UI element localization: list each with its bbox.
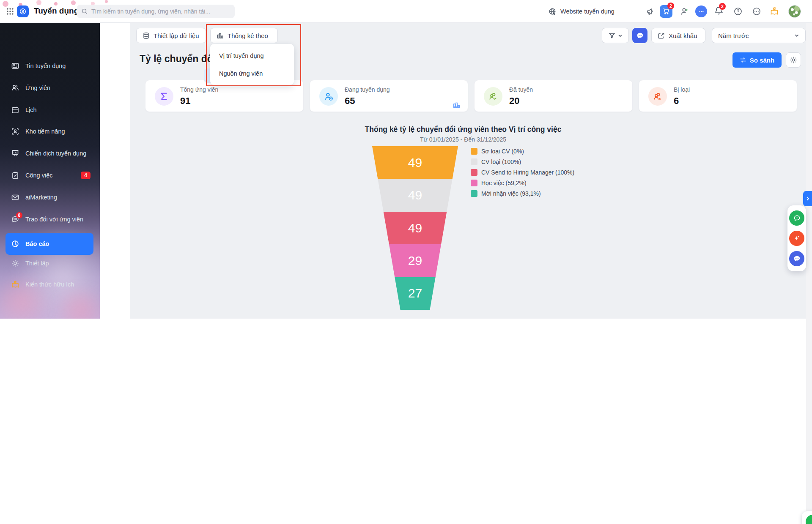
- legend-label: Sơ loại CV (0%): [481, 148, 524, 155]
- compare-arrows-icon: [740, 57, 746, 63]
- envelope-icon: [11, 193, 19, 202]
- clipboard-check-icon: [11, 171, 19, 180]
- app-logo[interactable]: [17, 5, 29, 17]
- sidebar: Tin tuyển dụng Ứng viên Lịch Kho tiềm nă…: [0, 23, 100, 319]
- funnel-segment[interactable]: 49: [372, 146, 458, 179]
- notifications[interactable]: 2: [714, 6, 724, 17]
- export-button[interactable]: Xuất khẩu: [651, 28, 705, 43]
- collapse-panel-tab[interactable]: [803, 191, 812, 206]
- sidebar-item-aimarketing[interactable]: aiMarketing: [0, 186, 100, 208]
- sidebar-item-label: aiMarketing: [25, 194, 57, 201]
- quick-actions-panel: [787, 205, 806, 271]
- sidebar-item-calendar[interactable]: Lịch: [0, 99, 100, 121]
- ai-sparkle-button[interactable]: [789, 231, 804, 246]
- support-bot-button[interactable]: [789, 210, 804, 226]
- sidebar-item-talent-pool[interactable]: Kho tiềm năng: [0, 120, 100, 142]
- sidebar-item-campaigns[interactable]: Chiến dịch tuyển dụng: [0, 142, 100, 164]
- feedback-chat-button[interactable]: [789, 251, 804, 266]
- search-input[interactable]: [91, 8, 227, 15]
- legend-swatch: [471, 169, 477, 176]
- sidebar-item-tasks[interactable]: Công việc 4: [0, 164, 100, 186]
- funnel-segment-value: 29: [408, 254, 422, 268]
- funnel-segment-value: 49: [408, 156, 422, 170]
- sidebar-item-label: Ứng viên: [25, 85, 50, 91]
- funnel-chart-subtitle: Từ 01/01/2025 - Đến 31/12/2025: [288, 136, 639, 143]
- sidebar-item-label: Kiến thức hữu ích: [25, 281, 74, 288]
- card-value: 91: [180, 96, 190, 106]
- notifications-badge: 2: [719, 3, 726, 10]
- app-grid-icon[interactable]: [6, 7, 14, 16]
- funnel-segment[interactable]: 49: [372, 179, 458, 211]
- dropdown-item-source[interactable]: Nguồn ứng viên: [210, 65, 294, 82]
- funnel-chart-title: Thống kê tỷ lệ chuyển đổi ứng viên theo …: [288, 125, 639, 134]
- sidebar-item-label: Thiết lập: [25, 260, 49, 267]
- chevron-down-icon: [618, 33, 623, 38]
- support-chat-button[interactable]: [632, 28, 647, 43]
- compare-button[interactable]: So sánh: [732, 52, 782, 68]
- person-x-icon: [648, 87, 667, 106]
- export-label: Xuất khẩu: [669, 32, 697, 39]
- chat-widget-icon: [806, 515, 812, 524]
- card-hired: Đã tuyển 20: [474, 80, 633, 112]
- pie-chart-icon: [11, 240, 19, 248]
- gear-icon: [790, 56, 797, 64]
- help-icon[interactable]: [733, 7, 743, 16]
- dropdown-item-position[interactable]: Vị trí tuyển dụng: [210, 47, 294, 65]
- people-icon: [11, 84, 19, 92]
- stats-by-dropdown: Vị trí tuyển dụng Nguồn ứng viên: [210, 44, 294, 85]
- legend-item[interactable]: CV Send to Hiring Manager (100%): [471, 167, 574, 177]
- sidebar-item-label: Lịch: [25, 106, 37, 113]
- blossom-decor: [3, 1, 8, 7]
- funnel-segment-value: 27: [408, 286, 422, 300]
- legend-item[interactable]: Học việc (59,2%): [471, 177, 574, 188]
- legend-swatch: [471, 180, 477, 186]
- blossom-decor: [71, 0, 76, 5]
- sidebar-item-candidates[interactable]: Ứng viên: [0, 77, 100, 99]
- sidebar-item-label: Công việc: [25, 172, 52, 179]
- database-icon: [143, 32, 150, 39]
- legend-label: Học việc (59,2%): [481, 180, 527, 186]
- card-recruiting: Đang tuyển dụng 65: [310, 80, 468, 112]
- career-website-link[interactable]: Website tuyển dụng: [548, 6, 614, 17]
- sidebar-item-label: Kho tiềm năng: [25, 128, 65, 135]
- legend-item[interactable]: Sơ loại CV (0%): [471, 146, 574, 156]
- card-value: 6: [674, 96, 679, 106]
- cart-icon[interactable]: 2: [660, 5, 672, 18]
- globe-cursor-icon: [548, 7, 557, 16]
- sidebar-item-settings[interactable]: Thiết lập: [0, 252, 100, 274]
- sidebar-item-jobs[interactable]: Tin tuyển dụng: [0, 55, 100, 77]
- megaphone-icon[interactable]: [646, 7, 656, 16]
- legend-item[interactable]: CV loại (100%): [471, 156, 574, 167]
- more-options-icon[interactable]: [752, 7, 761, 16]
- filter-icon: [609, 32, 615, 39]
- chevron-down-icon: [794, 33, 799, 38]
- sidebar-item-label: Tin tuyển dụng: [25, 63, 66, 69]
- tasks-badge: 4: [81, 172, 91, 179]
- search-icon: [81, 8, 88, 15]
- sidebar-item-candidate-chat[interactable]: 8 Trao đổi với ứng viên: [0, 208, 100, 230]
- scrollbar-track[interactable]: [806, 23, 812, 524]
- chat-bubble-icon: [636, 32, 644, 40]
- chart-settings-button[interactable]: [786, 52, 801, 68]
- user-avatar[interactable]: [788, 5, 801, 18]
- search-bar[interactable]: [77, 5, 235, 18]
- legend-item[interactable]: Mời nhận việc (93,1%): [471, 188, 574, 199]
- add-user-icon[interactable]: [680, 7, 689, 16]
- messenger-icon[interactable]: [695, 5, 707, 17]
- card-rejected: Bị loại 6: [639, 80, 797, 112]
- knowledge-book-icon[interactable]: [770, 7, 779, 16]
- calendar-icon: [11, 106, 19, 114]
- sidebar-item-knowledge[interactable]: Kiến thức hữu ích: [0, 273, 100, 295]
- filter-button[interactable]: [602, 28, 629, 43]
- stats-by-button[interactable]: Thống kê theo: [210, 28, 278, 43]
- stats-by-label: Thống kê theo: [228, 32, 268, 39]
- card-label: Tổng ứng viên: [180, 86, 218, 93]
- chat-widget-button[interactable]: [802, 511, 812, 524]
- sidebar-item-reports[interactable]: Báo cáo: [5, 233, 93, 255]
- period-value: Năm trước: [718, 32, 749, 39]
- data-setup-button[interactable]: Thiết lập dữ liệu: [136, 28, 206, 43]
- legend-swatch: [471, 148, 477, 155]
- export-icon: [658, 32, 665, 39]
- mini-bar-chart-icon[interactable]: [453, 102, 460, 108]
- period-select[interactable]: Năm trước: [712, 28, 806, 43]
